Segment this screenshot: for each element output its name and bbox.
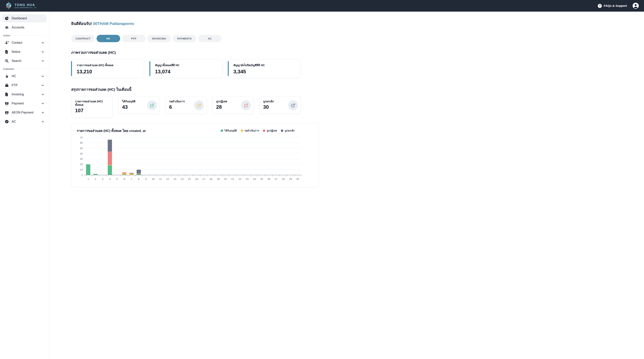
bar-segment [136,173,141,174]
sidebar-item-label: Contact [12,41,22,44]
card-value: 107 [75,107,108,113]
section-label: Collection [3,67,14,70]
sidebar-item-ptp[interactable]: PTP [2,81,47,89]
sidebar-item-label: AC [12,120,16,123]
sidebar-item-label: Dashboard [12,17,27,20]
legend-dot [220,129,223,132]
check-circle-icon [5,119,9,124]
open-pending-link-button[interactable] [194,100,204,110]
card-label: สัญญายังไม่ปิดบัญชีที่มี HC [233,63,297,67]
sidebar-item-payment[interactable]: Payment [2,99,47,107]
sidebar-item-label: Search [12,59,22,63]
bar-segment [130,173,134,175]
tong-hua-logo-icon [5,1,13,10]
y-axis-tick-label: 0 [82,174,83,177]
sidebar-item-label: Payment [12,102,24,105]
open-cancelled-link-button[interactable] [288,100,298,110]
card-label: รายการขอส่วนลด (HC) ทั้งหมด [77,63,140,67]
chevron-down-icon [41,102,44,105]
bar-segment [130,173,134,173]
sidebar-item-invoicing[interactable]: Invoicing [2,90,47,98]
x-axis-tick-label: 13 [174,178,176,179]
overview-card-total-hc: รายการขอส่วนลด (HC) ทั้งหมด 13,210 [71,59,144,78]
x-axis-tick-label: 2 [95,178,96,179]
tab-hc[interactable]: HC [96,35,120,42]
x-axis-tick-label: 6 [124,178,125,179]
open-rejected-link-button[interactable] [241,100,251,110]
tab-payments[interactable]: PAYMENTS [172,35,196,42]
sidebar-item-accounts[interactable]: Accounts [2,23,47,31]
sidebar-item-label: Notice [12,50,20,53]
sidebar-item-hc[interactable]: HC [2,72,47,80]
x-axis-tick-label: 15 [188,178,191,179]
bar-segment [136,170,141,173]
bar-segment [122,173,126,175]
x-axis-tick-label: 28 [282,178,285,179]
x-axis-tick-label: 8 [138,178,140,179]
x-axis-tick-label: 3 [102,178,104,179]
bar-segment [108,165,112,165]
external-link-icon [197,103,201,107]
sidebar-item-label: PTP [12,83,18,87]
x-axis-tick-label: 23 [246,178,248,179]
x-axis-tick-label: 17 [202,178,205,179]
legend-item: ถูกปฏิเสธ [263,129,277,133]
chevron-down-icon [41,59,44,63]
sidebar-item-dashboard[interactable]: Dashboard [2,14,47,22]
tab-invoicing[interactable]: INVOICING [147,35,171,42]
x-axis-tick-label: 1 [88,178,89,179]
sidebar-item-label: AEON Payment [12,111,34,114]
card-label: ถูกยกเลิก [263,100,287,103]
sidebar-item-notice[interactable]: Notice [2,48,47,56]
external-link-icon [291,103,295,107]
section-label: Action [3,34,10,37]
chevron-down-icon [41,74,44,78]
chevron-down-icon [41,83,44,87]
dashboard-tabs: CONTRACT HC PTP INVOICING PAYMENTS AC [71,35,322,42]
x-axis-tick-label: 19 [217,178,220,179]
y-axis-tick-label: 20 [80,163,83,166]
brand-logo[interactable]: TONG HUA ASSET MANAGEMENT CO., LTD. [5,1,37,10]
card-value: 43 [122,104,146,110]
card-value: 28 [216,104,240,110]
sidebar-item-label: HC [12,74,16,78]
external-link-icon [244,103,248,107]
tab-ac[interactable]: AC [198,35,222,42]
x-axis-tick-label: 11 [159,178,162,179]
external-link-icon [150,103,154,107]
brand-name: TONG HUA [14,3,37,6]
y-axis-tick-label: 70 [80,136,83,139]
overview-card-contracts-with-hc: สัญญาทั้งหมดที่มี HC 13,074 [150,59,222,78]
chevron-down-icon [41,41,44,44]
x-axis-tick-label: 7 [131,178,132,179]
sidebar-item-aeon-payment[interactable]: AEON Payment [2,108,47,117]
card-value: 30 [263,104,287,110]
main-content: ยินดีต้อนรับ! 00THAM Pattanapornc CONTRA… [49,11,322,179]
sidebar-item-contact[interactable]: Contact [2,39,47,47]
x-axis-tick-label: 9 [145,178,147,179]
sidebar-item-search[interactable]: Search [2,57,47,65]
banknote-icon [5,110,9,115]
y-axis-tick-label: 50 [80,147,83,150]
x-axis-tick-label: 25 [260,178,263,179]
card-label: รายการขอส่วนลด (HC) ทั้งหมด [75,100,108,107]
tab-ptp[interactable]: PTP [122,35,146,42]
bar-segment [108,151,112,165]
x-axis-tick-label: 29 [289,178,292,179]
open-approved-link-button[interactable] [147,100,157,110]
document-icon [5,92,9,96]
bar-segment [122,172,126,173]
chart-legend: ได้รับอนุมัติรอดำเนินการถูกปฏิเสธถูกยกเล… [220,129,295,133]
sidebar-section-action: Action [3,34,46,37]
card-value: 13,074 [155,69,218,75]
tab-contract[interactable]: CONTRACT [71,35,95,42]
card-label: ได้รับอนุมัติ [122,100,146,103]
sidebar-item-ac[interactable]: AC [2,118,47,126]
bar-segment [108,140,112,151]
y-axis-tick-label: 60 [80,141,83,144]
sidebar: Dashboard Accounts Action Contact [0,11,49,179]
stack-icon [5,83,9,87]
bar-segment [108,165,112,175]
person-add-icon [5,41,9,45]
monthly-card-total: รายการขอส่วนลด (HC) ทั้งหมด 107 [71,96,112,118]
